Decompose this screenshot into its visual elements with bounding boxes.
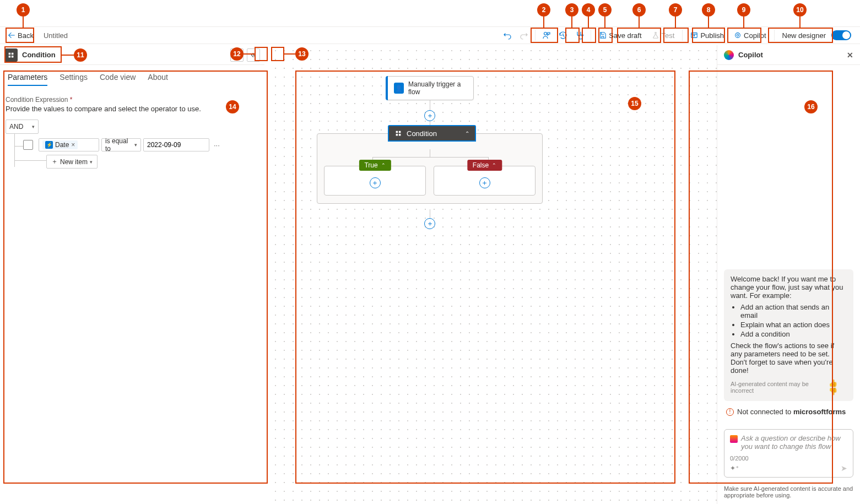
- close-icon[interactable]: ✕: [847, 51, 853, 59]
- annotation-13: 13: [295, 47, 309, 61]
- collapse-panel-button[interactable]: [247, 48, 260, 62]
- svg-point-1: [582, 35, 583, 36]
- copilot-input[interactable]: Ask a question or describe how you want …: [724, 429, 853, 478]
- copilot-button[interactable]: Copilot: [729, 28, 770, 43]
- panel-tabs: Parameters Settings Code view About: [6, 73, 259, 86]
- dynamic-content-icon: ⚡: [45, 141, 53, 149]
- publish-label: Publish: [700, 31, 724, 40]
- svg-point-4: [737, 34, 739, 36]
- stethoscope-icon: [575, 31, 584, 40]
- condition-panel: Parameters Settings Code view About Cond…: [0, 65, 264, 504]
- send-icon[interactable]: ➤: [841, 464, 847, 473]
- operand-right[interactable]: [143, 138, 209, 151]
- tab-settings[interactable]: Settings: [60, 73, 88, 86]
- svg-point-3: [735, 33, 740, 38]
- chevron-down-icon: ▾: [90, 159, 93, 165]
- condition-node[interactable]: Condition ⌃ True⌃ ＋ False⌃ ＋: [317, 133, 543, 204]
- annotation-8: 8: [702, 3, 715, 17]
- publish-button[interactable]: Publish: [686, 28, 728, 43]
- operand-left-label: Date: [55, 141, 69, 149]
- add-action-after-button[interactable]: ＋: [424, 218, 435, 229]
- condition-icon: [4, 48, 18, 62]
- plus-icon: ＋: [51, 157, 58, 166]
- add-action-button[interactable]: ＋: [424, 110, 435, 121]
- chevron-down-icon: ▾: [134, 142, 137, 148]
- add-true-action-button[interactable]: ＋: [370, 177, 381, 188]
- flow-checker-button[interactable]: [572, 28, 587, 43]
- condition-row: ⚡ Date × is equal to ▾ ···: [23, 138, 259, 151]
- copilot-welcome-text: Welcome back! If you want me to change y…: [731, 275, 847, 300]
- thumbs-up-icon[interactable]: 👍: [829, 379, 837, 387]
- annotation-1: 1: [17, 3, 30, 17]
- add-false-action-button[interactable]: ＋: [479, 177, 490, 188]
- copilot-suggestions: Add an action that sends an email Explai…: [731, 303, 847, 338]
- trigger-label: Manually trigger a flow: [408, 80, 468, 96]
- history-icon: [559, 31, 567, 40]
- true-label[interactable]: True⌃: [359, 160, 391, 171]
- warning-prefix: Not connected to: [737, 408, 793, 416]
- group-operator-select[interactable]: AND ▾: [6, 120, 39, 134]
- save-draft-button[interactable]: Save draft: [594, 28, 646, 43]
- test-button[interactable]: Test: [647, 28, 679, 43]
- back-button[interactable]: Back: [4, 30, 37, 41]
- publish-icon: [690, 31, 698, 39]
- chevron-double-left-icon: [250, 52, 257, 58]
- group-operator-value: AND: [9, 123, 23, 131]
- trigger-node[interactable]: 👤 Manually trigger a flow: [386, 76, 474, 100]
- new-item-button[interactable]: ＋ New item ▾: [46, 155, 98, 169]
- undo-button[interactable]: [500, 28, 515, 43]
- connection-warning: ! Not connected to microsoftforms: [726, 408, 851, 416]
- tab-about[interactable]: About: [148, 73, 168, 86]
- copilot-suggestion-1: Add an action that sends an email: [740, 303, 847, 319]
- redo-button[interactable]: [516, 28, 532, 43]
- back-label: Back: [18, 31, 34, 40]
- person-icon: 👤: [394, 83, 404, 94]
- char-counter: 0/2000: [730, 455, 847, 462]
- copilot-footer-disclaimer: Make sure AI-generated content is accura…: [717, 482, 860, 504]
- copilot-icon: [734, 31, 742, 39]
- feedback-button[interactable]: [539, 28, 554, 43]
- new-designer-toggle[interactable]: New designer: [778, 28, 856, 43]
- operator-value: is equal to: [105, 137, 134, 153]
- panel-header: Condition: [0, 45, 264, 65]
- annotation-7: 7: [669, 3, 682, 17]
- condition-node-label: Condition: [407, 129, 437, 138]
- version-history-button[interactable]: [555, 28, 571, 43]
- chevron-up-icon[interactable]: ⌃: [465, 131, 469, 137]
- annotation-12: 12: [230, 47, 244, 61]
- copilot-panel: Copilot ✕ Welcome back! If you want me t…: [717, 45, 860, 504]
- arrow-left-icon: [8, 31, 15, 39]
- operator-select[interactable]: is equal to ▾: [101, 138, 141, 151]
- false-label[interactable]: False⌃: [467, 160, 502, 171]
- designer-canvas[interactable]: 👤 Manually trigger a flow ＋ Condition ⌃ …: [270, 45, 717, 504]
- flow-title[interactable]: Untitled: [44, 31, 68, 40]
- panel-title: Condition: [22, 51, 56, 59]
- ai-disclaimer: AI-generated content may be incorrect: [731, 381, 829, 394]
- copilot-followup-text: Check the flow's actions to see if any p…: [731, 342, 847, 375]
- annotation-4: 4: [582, 3, 595, 17]
- sparkle-small-icon[interactable]: ✦⁺: [730, 464, 739, 472]
- false-branch[interactable]: False⌃ ＋: [434, 166, 536, 196]
- true-branch[interactable]: True⌃ ＋: [324, 166, 426, 196]
- row-checkbox[interactable]: [23, 140, 33, 150]
- annotation-2: 2: [537, 3, 550, 17]
- row-more-button[interactable]: ···: [212, 141, 222, 149]
- tab-code-view[interactable]: Code view: [100, 73, 136, 86]
- copilot-title: Copilot: [738, 51, 763, 59]
- annotation-16: 16: [804, 100, 818, 113]
- annotation-10: 10: [793, 3, 807, 17]
- thumbs-down-icon[interactable]: 👎: [829, 387, 837, 395]
- copilot-btn-label: Copilot: [744, 31, 766, 40]
- copilot-placeholder: Ask a question or describe how you want …: [741, 434, 847, 451]
- annotation-5: 5: [598, 3, 612, 17]
- condition-header[interactable]: Condition ⌃: [388, 125, 476, 142]
- annotation-11: 11: [74, 48, 87, 62]
- tab-parameters[interactable]: Parameters: [8, 73, 47, 86]
- operand-left[interactable]: ⚡ Date ×: [39, 138, 99, 151]
- warning-icon: !: [726, 408, 734, 416]
- top-toolbar: Back Untitled Save draft Test Publish Co…: [0, 26, 860, 44]
- toggle-switch[interactable]: [831, 30, 851, 40]
- remove-token-icon[interactable]: ×: [71, 141, 75, 149]
- condition-icon: [394, 129, 402, 137]
- save-draft-label: Save draft: [609, 31, 641, 40]
